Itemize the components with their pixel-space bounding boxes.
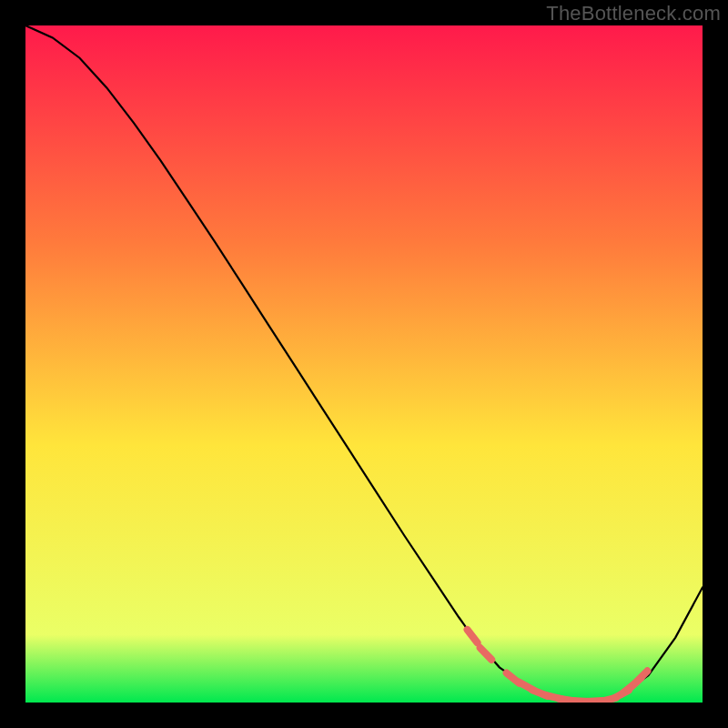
gradient-background	[25, 25, 703, 703]
chart-svg	[25, 25, 703, 703]
watermark-text: TheBottleneck.com	[546, 2, 721, 25]
chart-frame: TheBottleneck.com	[0, 0, 728, 728]
plot-area	[25, 25, 703, 703]
